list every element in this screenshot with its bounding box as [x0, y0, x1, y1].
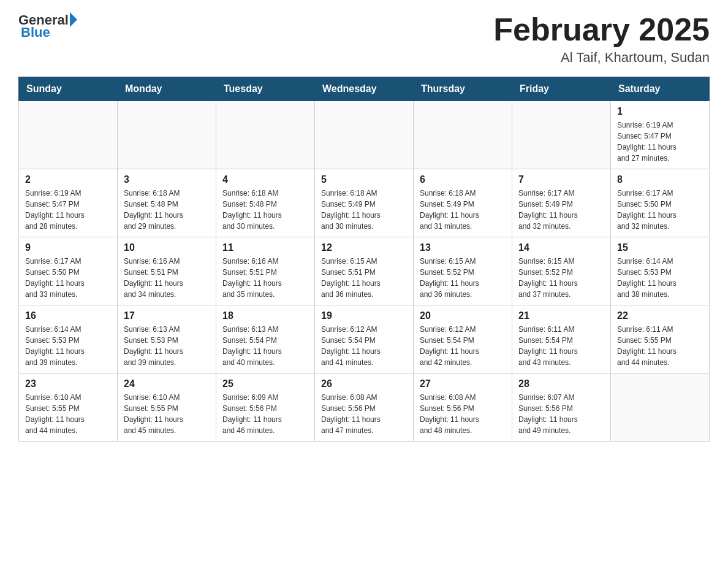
day-sun-info: Sunrise: 6:16 AM Sunset: 5:51 PM Dayligh… — [124, 256, 210, 300]
calendar-day-cell: 18Sunrise: 6:13 AM Sunset: 5:54 PM Dayli… — [216, 305, 315, 373]
day-number: 8 — [617, 174, 703, 185]
logo: General Blue — [18, 12, 77, 40]
day-number: 6 — [420, 174, 506, 185]
calendar-day-cell — [19, 101, 118, 169]
day-sun-info: Sunrise: 6:18 AM Sunset: 5:48 PM Dayligh… — [124, 188, 210, 232]
day-number: 17 — [124, 310, 210, 321]
logo-blue-text: Blue — [21, 25, 77, 40]
day-sun-info: Sunrise: 6:14 AM Sunset: 5:53 PM Dayligh… — [25, 324, 111, 368]
calendar-day-cell — [414, 101, 512, 169]
day-number: 10 — [124, 242, 210, 253]
day-sun-info: Sunrise: 6:12 AM Sunset: 5:54 PM Dayligh… — [321, 324, 407, 368]
day-sun-info: Sunrise: 6:15 AM Sunset: 5:52 PM Dayligh… — [518, 256, 604, 300]
day-sun-info: Sunrise: 6:12 AM Sunset: 5:54 PM Dayligh… — [420, 324, 506, 368]
calendar-day-cell: 3Sunrise: 6:18 AM Sunset: 5:48 PM Daylig… — [118, 169, 216, 237]
day-sun-info: Sunrise: 6:08 AM Sunset: 5:56 PM Dayligh… — [321, 392, 407, 436]
calendar-day-cell: 4Sunrise: 6:18 AM Sunset: 5:48 PM Daylig… — [216, 169, 315, 237]
day-sun-info: Sunrise: 6:18 AM Sunset: 5:49 PM Dayligh… — [321, 188, 407, 232]
calendar-week-row: 1Sunrise: 6:19 AM Sunset: 5:47 PM Daylig… — [19, 101, 710, 169]
day-number: 12 — [321, 242, 407, 253]
calendar-week-row: 2Sunrise: 6:19 AM Sunset: 5:47 PM Daylig… — [19, 169, 710, 237]
day-sun-info: Sunrise: 6:07 AM Sunset: 5:56 PM Dayligh… — [518, 392, 604, 436]
day-number: 20 — [420, 310, 506, 321]
day-number: 4 — [222, 174, 308, 185]
day-number: 28 — [518, 378, 604, 389]
day-number: 14 — [518, 242, 604, 253]
calendar-day-cell: 27Sunrise: 6:08 AM Sunset: 5:56 PM Dayli… — [414, 373, 512, 442]
day-sun-info: Sunrise: 6:15 AM Sunset: 5:51 PM Dayligh… — [321, 256, 407, 300]
calendar-day-cell: 26Sunrise: 6:08 AM Sunset: 5:56 PM Dayli… — [315, 373, 414, 442]
calendar-title-block: February 2025 Al Taif, Khartoum, Sudan — [493, 12, 710, 66]
calendar-day-cell: 7Sunrise: 6:17 AM Sunset: 5:49 PM Daylig… — [512, 169, 611, 237]
day-number: 19 — [321, 310, 407, 321]
calendar-day-cell: 10Sunrise: 6:16 AM Sunset: 5:51 PM Dayli… — [118, 237, 216, 305]
calendar-day-cell: 1Sunrise: 6:19 AM Sunset: 5:47 PM Daylig… — [611, 101, 710, 169]
day-number: 2 — [25, 174, 111, 185]
day-number: 1 — [617, 106, 703, 117]
day-number: 21 — [518, 310, 604, 321]
day-sun-info: Sunrise: 6:10 AM Sunset: 5:55 PM Dayligh… — [124, 392, 210, 436]
day-sun-info: Sunrise: 6:08 AM Sunset: 5:56 PM Dayligh… — [420, 392, 506, 436]
day-sun-info: Sunrise: 6:14 AM Sunset: 5:53 PM Dayligh… — [617, 256, 703, 300]
calendar-week-row: 23Sunrise: 6:10 AM Sunset: 5:55 PM Dayli… — [19, 373, 710, 442]
day-sun-info: Sunrise: 6:10 AM Sunset: 5:55 PM Dayligh… — [25, 392, 111, 436]
calendar-day-cell: 21Sunrise: 6:11 AM Sunset: 5:54 PM Dayli… — [512, 305, 611, 373]
calendar-subtitle: Al Taif, Khartoum, Sudan — [493, 50, 710, 66]
day-number: 5 — [321, 174, 407, 185]
day-number: 13 — [420, 242, 506, 253]
day-number: 11 — [222, 242, 308, 253]
day-sun-info: Sunrise: 6:19 AM Sunset: 5:47 PM Dayligh… — [25, 188, 111, 232]
day-number: 24 — [124, 378, 210, 389]
calendar-day-cell: 15Sunrise: 6:14 AM Sunset: 5:53 PM Dayli… — [611, 237, 710, 305]
day-sun-info: Sunrise: 6:11 AM Sunset: 5:55 PM Dayligh… — [617, 324, 703, 368]
day-number: 9 — [25, 242, 111, 253]
calendar-day-cell: 8Sunrise: 6:17 AM Sunset: 5:50 PM Daylig… — [611, 169, 710, 237]
day-of-week-header: Sunday — [19, 77, 118, 101]
calendar-table: SundayMondayTuesdayWednesdayThursdayFrid… — [18, 77, 710, 442]
day-of-week-header: Tuesday — [216, 77, 315, 101]
day-sun-info: Sunrise: 6:17 AM Sunset: 5:50 PM Dayligh… — [617, 188, 703, 232]
calendar-day-cell: 2Sunrise: 6:19 AM Sunset: 5:47 PM Daylig… — [19, 169, 118, 237]
calendar-day-cell: 11Sunrise: 6:16 AM Sunset: 5:51 PM Dayli… — [216, 237, 315, 305]
calendar-day-cell — [118, 101, 216, 169]
day-sun-info: Sunrise: 6:17 AM Sunset: 5:49 PM Dayligh… — [518, 188, 604, 232]
calendar-day-cell — [512, 101, 611, 169]
calendar-day-cell: 9Sunrise: 6:17 AM Sunset: 5:50 PM Daylig… — [19, 237, 118, 305]
day-sun-info: Sunrise: 6:13 AM Sunset: 5:53 PM Dayligh… — [124, 324, 210, 368]
day-sun-info: Sunrise: 6:17 AM Sunset: 5:50 PM Dayligh… — [25, 256, 111, 300]
day-number: 23 — [25, 378, 111, 389]
day-sun-info: Sunrise: 6:11 AM Sunset: 5:54 PM Dayligh… — [518, 324, 604, 368]
day-sun-info: Sunrise: 6:16 AM Sunset: 5:51 PM Dayligh… — [222, 256, 308, 300]
day-number: 16 — [25, 310, 111, 321]
calendar-day-cell: 19Sunrise: 6:12 AM Sunset: 5:54 PM Dayli… — [315, 305, 414, 373]
page-header: General Blue February 2025 Al Taif, Khar… — [18, 12, 710, 66]
day-of-week-header: Saturday — [611, 77, 710, 101]
calendar-day-cell: 17Sunrise: 6:13 AM Sunset: 5:53 PM Dayli… — [118, 305, 216, 373]
day-number: 26 — [321, 378, 407, 389]
day-sun-info: Sunrise: 6:09 AM Sunset: 5:56 PM Dayligh… — [222, 392, 308, 436]
calendar-day-cell: 24Sunrise: 6:10 AM Sunset: 5:55 PM Dayli… — [118, 373, 216, 442]
day-sun-info: Sunrise: 6:18 AM Sunset: 5:48 PM Dayligh… — [222, 188, 308, 232]
day-of-week-header: Wednesday — [315, 77, 414, 101]
calendar-day-cell: 14Sunrise: 6:15 AM Sunset: 5:52 PM Dayli… — [512, 237, 611, 305]
calendar-day-cell: 22Sunrise: 6:11 AM Sunset: 5:55 PM Dayli… — [611, 305, 710, 373]
calendar-day-cell: 23Sunrise: 6:10 AM Sunset: 5:55 PM Dayli… — [19, 373, 118, 442]
calendar-day-cell — [611, 373, 710, 442]
day-number: 22 — [617, 310, 703, 321]
day-number: 27 — [420, 378, 506, 389]
calendar-day-cell — [315, 101, 414, 169]
day-of-week-header: Monday — [118, 77, 216, 101]
day-sun-info: Sunrise: 6:13 AM Sunset: 5:54 PM Dayligh… — [222, 324, 308, 368]
calendar-title: February 2025 — [493, 12, 710, 47]
day-sun-info: Sunrise: 6:15 AM Sunset: 5:52 PM Dayligh… — [420, 256, 506, 300]
calendar-week-row: 16Sunrise: 6:14 AM Sunset: 5:53 PM Dayli… — [19, 305, 710, 373]
day-of-week-header: Friday — [512, 77, 611, 101]
calendar-day-cell: 20Sunrise: 6:12 AM Sunset: 5:54 PM Dayli… — [414, 305, 512, 373]
day-number: 15 — [617, 242, 703, 253]
calendar-day-cell — [216, 101, 315, 169]
day-sun-info: Sunrise: 6:18 AM Sunset: 5:49 PM Dayligh… — [420, 188, 506, 232]
day-sun-info: Sunrise: 6:19 AM Sunset: 5:47 PM Dayligh… — [617, 120, 703, 164]
calendar-day-cell: 5Sunrise: 6:18 AM Sunset: 5:49 PM Daylig… — [315, 169, 414, 237]
day-number: 3 — [124, 174, 210, 185]
day-number: 7 — [518, 174, 604, 185]
